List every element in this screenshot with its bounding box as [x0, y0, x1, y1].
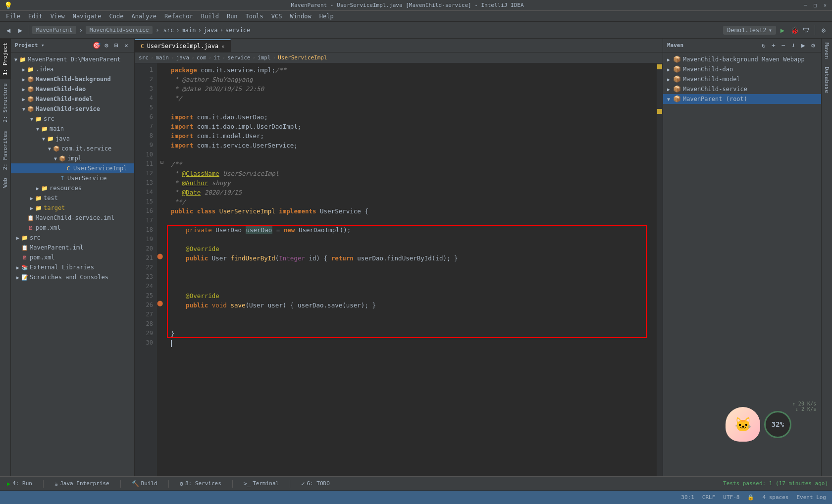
breakpoint-21-icon[interactable]: ⬤ — [157, 253, 163, 259]
menu-code[interactable]: Code — [105, 11, 128, 22]
settings-button[interactable]: ⚙ — [818, 25, 829, 36]
menu-navigate[interactable]: Navigate — [69, 11, 105, 22]
maven-item-bg[interactable]: ▶ 📦 MavenChild-background Maven Webapp — [663, 54, 821, 64]
maven-item-model[interactable]: ▶ 📦 MavenChild-model — [663, 74, 821, 84]
memory-indicator[interactable]: 32% — [764, 411, 791, 438]
encoding[interactable]: UTF-8 — [723, 494, 739, 501]
collapse-icon[interactable]: ⊟ — [112, 42, 120, 50]
menu-vcs[interactable]: VCS — [267, 11, 286, 22]
editor-tab-userserviceimpl[interactable]: C UserServiceImpl.java ✕ — [135, 39, 231, 52]
menu-tools[interactable]: Tools — [242, 11, 267, 22]
tree-bg[interactable]: ▶ 📦 MavenChild-background — [11, 74, 134, 84]
tree-external[interactable]: ▶ 📚 External Libraries — [11, 262, 134, 272]
rtab-database[interactable]: Database — [822, 63, 832, 97]
menu-refactor[interactable]: Refactor — [160, 11, 197, 22]
back-button[interactable]: ◀ — [3, 25, 14, 36]
editor-content[interactable]: 1 2 3 4 5 6 7 8 9 10 11 12 13 14 15 16 1… — [135, 63, 663, 476]
locate-icon[interactable]: 🎯 — [93, 42, 101, 50]
scratch-icon: 📝 — [21, 273, 29, 281]
tab-favorites[interactable]: 2: Favorites — [0, 127, 10, 174]
tree-idea[interactable]: ▶ 📁 .idea — [11, 64, 134, 74]
maven-item-service[interactable]: ▶ 📦 MavenChild-service — [663, 84, 821, 94]
tree-package[interactable]: ▼ 📦 com.it.service — [11, 144, 134, 153]
tree-userservice[interactable]: I UserService — [11, 173, 134, 183]
bp-services[interactable]: ⚙ 8: Services — [177, 479, 224, 488]
menu-build[interactable]: Build — [197, 11, 223, 22]
bc-java[interactable]: java — [176, 54, 190, 61]
coverage-button[interactable]: 🛡 — [801, 25, 812, 36]
minimize-button[interactable]: ─ — [802, 2, 808, 8]
tree-parent-iml[interactable]: 📋 MavenParent.iml — [11, 243, 134, 252]
tree-resources[interactable]: ▶ 📁 resources — [11, 183, 134, 193]
close-button[interactable]: ✕ — [822, 2, 828, 8]
gear-icon[interactable]: ⚙ — [103, 42, 110, 50]
tree-src2[interactable]: ▶ 📁 src — [11, 233, 134, 243]
tree-src[interactable]: ▼ 📁 src — [11, 114, 134, 124]
project-name[interactable]: MavenParent — [32, 26, 76, 34]
maven-add-icon[interactable]: + — [770, 42, 778, 50]
tree-model[interactable]: ▶ 📦 MavenChild-model — [11, 94, 134, 104]
bp-run[interactable]: ▶ 4: Run — [4, 479, 35, 488]
maven-remove-icon[interactable]: − — [780, 42, 787, 50]
tree-test[interactable]: ▶ 📁 test — [11, 193, 134, 203]
spaces-info[interactable]: 4 spaces — [762, 494, 788, 501]
menu-view[interactable]: View — [47, 11, 69, 22]
code-line-14: * @Date 2020/10/15 — [171, 188, 653, 197]
tree-dao[interactable]: ▶ 📦 MavenChild-dao — [11, 84, 134, 94]
bp-java-enterprise[interactable]: ☕ Java Enterprise — [52, 479, 112, 488]
bc-src[interactable]: src — [139, 54, 149, 61]
tree-scratches[interactable]: ▶ 📝 Scratches and Consoles — [11, 272, 134, 282]
tree-pom-service[interactable]: 🗎 pom.xml — [11, 223, 134, 233]
maximize-button[interactable]: □ — [812, 2, 818, 8]
maven-item-dao[interactable]: ▶ 📦 MavenChild-dao — [663, 64, 821, 74]
bc-com[interactable]: com — [197, 54, 207, 61]
maven-item-parent[interactable]: ▼ 📦 MavenParent (root) — [663, 94, 821, 104]
cursor-position[interactable]: 30:1 — [681, 494, 694, 501]
code-editor[interactable]: package com.it.service.impl;/** * @autho… — [167, 63, 657, 476]
maven-run-icon[interactable]: ▶ — [799, 42, 807, 50]
maven-download-icon[interactable]: ⬇ — [789, 42, 797, 50]
run-button[interactable]: ▶ — [777, 25, 788, 36]
event-log[interactable]: Event Log — [796, 494, 826, 501]
tab-web[interactable]: Web — [0, 174, 10, 192]
tree-root[interactable]: ▼ 📁 MavenParent D:\MavenParent — [11, 54, 134, 64]
menu-edit[interactable]: Edit — [24, 11, 47, 22]
bc-it[interactable]: it — [213, 54, 220, 61]
tree-userserviceimpl[interactable]: C UserServiceImpl — [11, 163, 134, 173]
bp-build[interactable]: 🔨 Build — [129, 479, 160, 488]
tab-close-button[interactable]: ✕ — [221, 44, 224, 49]
run-config[interactable]: Demo1.test2 ▾ — [723, 26, 776, 35]
tab-project[interactable]: 1: Project — [0, 39, 10, 79]
g11[interactable]: ⊟ — [157, 157, 167, 167]
bp-terminal[interactable]: >_ Terminal — [241, 479, 282, 488]
bc-main[interactable]: main — [156, 54, 169, 61]
tree-java[interactable]: ▼ 📁 java — [11, 134, 134, 144]
bc-userserviceimpl[interactable]: UserServiceImpl — [278, 54, 327, 61]
maven-refresh-icon[interactable]: ↻ — [760, 42, 768, 50]
tree-impl[interactable]: ▼ 📦 impl — [11, 153, 134, 163]
tree-service[interactable]: ▼ 📦 MavenChild-service — [11, 104, 134, 114]
menu-run[interactable]: Run — [223, 11, 242, 22]
tree-pom-parent[interactable]: 🗎 pom.xml — [11, 252, 134, 262]
line-ending[interactable]: CRLF — [702, 494, 716, 501]
tree-target[interactable]: ▶ 📁 target — [11, 203, 134, 213]
scratch-arrow: ▶ — [15, 273, 21, 281]
tree-service-iml[interactable]: 📋 MavenChild-service.iml — [11, 213, 134, 223]
forward-button[interactable]: ▶ — [15, 25, 26, 36]
tab-structure[interactable]: 2: Structure — [0, 79, 10, 126]
menu-analyze[interactable]: Analyze — [127, 11, 160, 22]
bc-impl[interactable]: impl — [258, 54, 271, 61]
menu-file[interactable]: File — [2, 11, 24, 22]
window-controls[interactable]: ─ □ ✕ — [802, 2, 828, 8]
menu-help[interactable]: Help — [315, 11, 338, 22]
rtab-maven[interactable]: Maven — [822, 39, 832, 63]
close-panel-icon[interactable]: ✕ — [122, 42, 130, 50]
tree-main[interactable]: ▼ 📁 main — [11, 124, 134, 134]
module-name[interactable]: MavenChild-service — [86, 26, 153, 34]
bc-service[interactable]: service — [227, 54, 250, 61]
debug-button[interactable]: 🐞 — [789, 25, 800, 36]
maven-config-icon[interactable]: ⚙ — [809, 42, 817, 50]
menu-window[interactable]: Window — [286, 11, 315, 22]
breakpoint-26-icon[interactable]: ⬤ — [157, 300, 163, 306]
bp-todo[interactable]: ✓ 6: TODO — [298, 479, 333, 488]
